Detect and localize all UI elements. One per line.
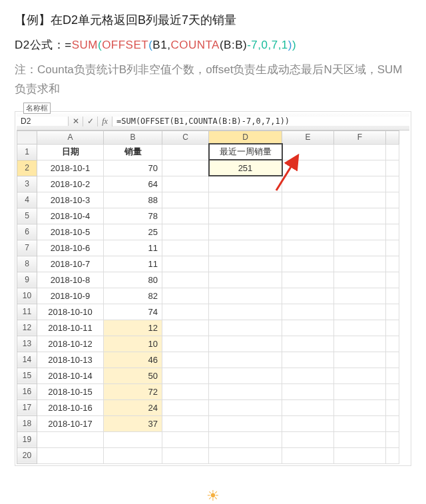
cell-C7[interactable] — [162, 240, 209, 256]
cell-G4[interactable] — [386, 192, 399, 208]
row-header[interactable]: 16 — [17, 383, 37, 399]
cell-E15[interactable] — [282, 368, 334, 383]
cell-B13[interactable]: 10 — [104, 336, 162, 352]
cell-E18[interactable] — [282, 415, 334, 431]
cell-A16[interactable]: 2018-10-15 — [37, 383, 104, 399]
cell-C1[interactable] — [162, 144, 209, 160]
cell-C12[interactable] — [162, 320, 209, 336]
name-box[interactable]: D2 — [17, 117, 69, 126]
cell-G5[interactable] — [386, 208, 399, 224]
cell-E10[interactable] — [282, 288, 334, 304]
cell-E9[interactable] — [282, 272, 334, 288]
cell-E19[interactable] — [282, 431, 334, 447]
cell-A19[interactable] — [37, 431, 104, 447]
cell-F14[interactable] — [334, 352, 386, 368]
cell-A12[interactable]: 2018-10-11 — [37, 320, 104, 336]
row-header[interactable]: 10 — [17, 288, 37, 304]
cell-B1[interactable]: 销量 — [104, 144, 162, 160]
cell-A17[interactable]: 2018-10-16 — [37, 399, 104, 415]
cell-D19[interactable] — [209, 431, 282, 447]
cell-D18[interactable] — [209, 415, 282, 431]
cell-E20[interactable] — [282, 447, 334, 463]
cell-D3[interactable] — [209, 176, 282, 192]
cell-G17[interactable] — [386, 399, 399, 415]
cell-A5[interactable]: 2018-10-4 — [37, 208, 104, 224]
cell-C17[interactable] — [162, 399, 209, 415]
cell-D7[interactable] — [209, 240, 282, 256]
row-header[interactable]: 3 — [17, 176, 37, 192]
confirm-icon[interactable]: ✓ — [83, 117, 98, 126]
cell-D20[interactable] — [209, 447, 282, 463]
cell-D12[interactable] — [209, 320, 282, 336]
cell-D2[interactable]: 251 — [209, 160, 282, 176]
cell-G16[interactable] — [386, 383, 399, 399]
cell-F15[interactable] — [334, 368, 386, 383]
cell-F12[interactable] — [334, 320, 386, 336]
cell-A4[interactable]: 2018-10-3 — [37, 192, 104, 208]
cell-F10[interactable] — [334, 288, 386, 304]
cell-F20[interactable] — [334, 447, 386, 463]
cell-D9[interactable] — [209, 272, 282, 288]
cell-E2[interactable] — [282, 160, 334, 176]
row-header[interactable]: 9 — [17, 272, 37, 288]
cell-G15[interactable] — [386, 368, 399, 383]
cell-D5[interactable] — [209, 208, 282, 224]
cell-E6[interactable] — [282, 224, 334, 240]
cell-E3[interactable] — [282, 176, 334, 192]
row-header[interactable]: 13 — [17, 336, 37, 352]
cell-B2[interactable]: 70 — [104, 160, 162, 176]
col-header-A[interactable]: A — [37, 130, 104, 144]
cell-F19[interactable] — [334, 431, 386, 447]
cell-E1[interactable] — [282, 144, 334, 160]
cell-D11[interactable] — [209, 304, 282, 320]
cell-F7[interactable] — [334, 240, 386, 256]
cell-B14[interactable]: 46 — [104, 352, 162, 368]
cell-C3[interactable] — [162, 176, 209, 192]
cell-A1[interactable]: 日期 — [37, 144, 104, 160]
cell-F8[interactable] — [334, 256, 386, 272]
cell-A11[interactable]: 2018-10-10 — [37, 304, 104, 320]
cell-G1[interactable] — [386, 144, 399, 160]
cell-F9[interactable] — [334, 272, 386, 288]
formula-input[interactable]: =SUM(OFFSET(B1,COUNTA(B:B)-7,0,7,1)) — [112, 117, 409, 126]
row-header[interactable]: 8 — [17, 256, 37, 272]
cell-F2[interactable] — [334, 160, 386, 176]
cell-D16[interactable] — [209, 383, 282, 399]
cell-D6[interactable] — [209, 224, 282, 240]
cell-G13[interactable] — [386, 336, 399, 352]
cell-A7[interactable]: 2018-10-6 — [37, 240, 104, 256]
cell-A9[interactable]: 2018-10-8 — [37, 272, 104, 288]
cell-G7[interactable] — [386, 240, 399, 256]
cell-A15[interactable]: 2018-10-14 — [37, 368, 104, 383]
cell-D17[interactable] — [209, 399, 282, 415]
cell-C4[interactable] — [162, 192, 209, 208]
cell-B3[interactable]: 64 — [104, 176, 162, 192]
cell-G8[interactable] — [386, 256, 399, 272]
cell-C16[interactable] — [162, 383, 209, 399]
cell-G10[interactable] — [386, 288, 399, 304]
row-header[interactable]: 17 — [17, 399, 37, 415]
cell-A14[interactable]: 2018-10-13 — [37, 352, 104, 368]
cell-F16[interactable] — [334, 383, 386, 399]
cell-F13[interactable] — [334, 336, 386, 352]
cell-G2[interactable] — [386, 160, 399, 176]
cell-C18[interactable] — [162, 415, 209, 431]
cell-A3[interactable]: 2018-10-2 — [37, 176, 104, 192]
cell-F6[interactable] — [334, 224, 386, 240]
cell-D8[interactable] — [209, 256, 282, 272]
col-header-E[interactable]: E — [282, 130, 334, 144]
cell-C13[interactable] — [162, 336, 209, 352]
cell-E14[interactable] — [282, 352, 334, 368]
cell-E5[interactable] — [282, 208, 334, 224]
cell-A8[interactable]: 2018-10-7 — [37, 256, 104, 272]
cell-G6[interactable] — [386, 224, 399, 240]
cell-B16[interactable]: 72 — [104, 383, 162, 399]
cell-B19[interactable] — [104, 431, 162, 447]
cell-B8[interactable]: 11 — [104, 256, 162, 272]
cell-C10[interactable] — [162, 288, 209, 304]
col-header-G[interactable] — [386, 130, 399, 144]
row-header[interactable]: 7 — [17, 240, 37, 256]
cell-G11[interactable] — [386, 304, 399, 320]
cell-F1[interactable] — [334, 144, 386, 160]
fx-icon[interactable]: fx — [98, 117, 112, 126]
